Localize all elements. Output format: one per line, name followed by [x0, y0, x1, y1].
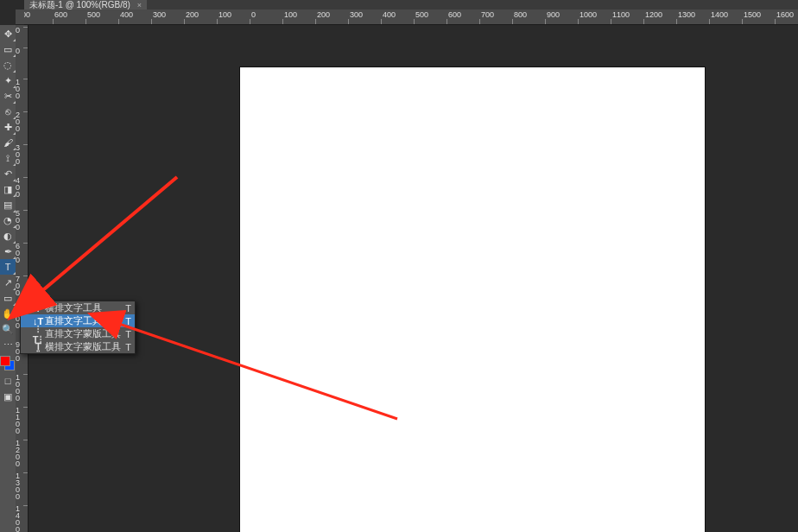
crop-tool-icon: ✂ — [4, 91, 12, 102]
move-tool-icon: ✥ — [4, 28, 12, 40]
ruler-v-label: 1400 — [16, 505, 28, 532]
ruler-v-label: 400 — [16, 177, 28, 198]
path-tool-icon: ↗ — [4, 277, 12, 288]
ruler-v-label: 200 — [16, 111, 28, 132]
type-tool[interactable]: T — [0, 259, 16, 275]
foreground-color-swatch[interactable] — [0, 356, 10, 366]
eraser-tool[interactable]: ◨ — [0, 181, 16, 197]
horizontal-type-mask-tool-icon: T̤ — [31, 341, 45, 352]
move-tool[interactable]: ✥ — [0, 26, 16, 41]
healing-tool-icon: ✚ — [4, 122, 12, 133]
horizontal-type-tool-icon: T — [31, 303, 45, 314]
ruler-v-label: 100 — [16, 79, 28, 99]
flyout-horizontal-type-tool[interactable]: •T横排文字工具T — [21, 301, 135, 314]
ruler-vertical[interactable]: 0010020030040050060070080090010001100120… — [16, 25, 28, 532]
history-brush-tool-icon: ↶ — [4, 168, 12, 180]
flyout-shortcut: T — [121, 316, 131, 326]
history-brush-tool[interactable]: ↶ — [0, 166, 16, 181]
lasso-tool-icon: ◌ — [3, 60, 12, 71]
ruler-h-label: 1500 — [744, 10, 761, 19]
crop-tool[interactable]: ✂ — [0, 88, 16, 104]
ruler-v-label: 500 — [16, 210, 28, 231]
ruler-horizontal[interactable]: 0060050040030020010001002003004005006007… — [24, 10, 798, 25]
ruler-h-label: 100 — [218, 10, 231, 19]
close-icon[interactable]: × — [137, 1, 142, 10]
blur-tool[interactable]: ◔ — [0, 212, 16, 228]
shape-tool[interactable]: ▭ — [0, 290, 16, 306]
dodge-tool[interactable]: ◐ — [0, 228, 16, 244]
wand-tool[interactable]: ✦ — [0, 73, 16, 88]
flyout-label: 直排文字蒙版工具 — [45, 327, 121, 340]
flyout-shortcut: T — [121, 342, 131, 352]
dodge-tool-icon: ◐ — [3, 231, 12, 242]
canvas-area — [28, 25, 798, 532]
ruler-v-label: 1200 — [16, 440, 28, 467]
tab-bar: 未标题-1 @ 100%(RGB/8) × — [0, 0, 798, 10]
eyedropper-tool[interactable]: ⎋ — [0, 104, 16, 119]
flyout-vertical-type-mask-tool[interactable]: ⸽T⸽直排文字蒙版工具T — [21, 327, 135, 340]
type-tool-flyout: •T横排文字工具T↓T直排文字工具T⸽T⸽直排文字蒙版工具TT̤横排文字蒙版工具… — [20, 301, 136, 354]
ruler-v-label: 300 — [16, 144, 28, 165]
ruler-h-label: 1300 — [678, 10, 695, 19]
pen-tool[interactable]: ✒ — [0, 244, 16, 259]
toolbox: ✥▭◌✦✂⎋✚🖌⟟↶◨▤◔◐✒T↗▭✋🔍⋯□▣ — [0, 25, 16, 532]
ruler-h-label: 300 — [350, 10, 363, 19]
document-tab[interactable]: 未标题-1 @ 100%(RGB/8) × — [24, 0, 147, 10]
ruler-v-label: 0 — [16, 48, 28, 54]
ruler-h-label: 1000 — [580, 10, 597, 19]
edit-toolbar-icon: ⋯ — [3, 339, 13, 351]
ruler-v-label: 1000 — [16, 374, 28, 402]
edit-toolbar[interactable]: ⋯ — [0, 337, 16, 352]
ruler-h-label: 100 — [284, 10, 297, 19]
hand-tool[interactable]: ✋ — [0, 306, 16, 321]
marquee-tool-icon: ▭ — [3, 44, 12, 55]
ruler-h-label: 1600 — [776, 10, 794, 19]
ruler-h-label: 600 — [54, 10, 67, 19]
zoom-tool[interactable]: 🔍 — [0, 321, 16, 337]
ruler-h-label: 1200 — [645, 10, 662, 19]
ruler-h-label: 1400 — [711, 10, 728, 19]
ruler-h-label: 200 — [317, 10, 330, 19]
canvas[interactable] — [239, 66, 706, 532]
gradient-tool[interactable]: ▤ — [0, 197, 16, 212]
brush-tool[interactable]: 🖌 — [0, 135, 16, 150]
shape-tool-icon: ▭ — [3, 293, 12, 304]
ruler-h-label: 200 — [186, 10, 199, 19]
type-tool-icon: T — [5, 262, 11, 272]
ruler-h-label: 00 — [24, 10, 30, 19]
ruler-h-label: 500 — [415, 10, 428, 19]
ruler-h-label: 300 — [153, 10, 166, 19]
path-tool[interactable]: ↗ — [0, 275, 16, 290]
ruler-h-label: 400 — [120, 10, 133, 19]
ruler-h-label: 500 — [87, 10, 100, 19]
flyout-label: 横排文字蒙版工具 — [45, 340, 121, 353]
flyout-shortcut: T — [121, 303, 131, 314]
color-swatches[interactable] — [0, 356, 16, 373]
zoom-tool-icon: 🔍 — [2, 324, 14, 335]
hand-tool-icon: ✋ — [2, 308, 14, 320]
ruler-v-label: 600 — [16, 243, 28, 263]
ruler-v-label: 700 — [16, 276, 28, 296]
brush-tool-icon: 🖌 — [3, 137, 13, 148]
ruler-h-label: 1100 — [612, 10, 630, 19]
ruler-v-label: 0 — [16, 27, 28, 34]
quickmask-button[interactable]: □ — [0, 373, 16, 389]
tab-strip-bg — [0, 0, 24, 10]
lasso-tool[interactable]: ◌ — [0, 57, 16, 73]
ruler-h-label: 600 — [448, 10, 461, 19]
ruler-h-label: 400 — [383, 10, 396, 19]
flyout-label: 横排文字工具 — [45, 301, 121, 314]
stamp-tool[interactable]: ⟟ — [0, 150, 16, 166]
stamp-tool-icon: ⟟ — [6, 153, 10, 164]
healing-tool[interactable]: ✚ — [0, 119, 16, 135]
eyedropper-tool-icon: ⎋ — [5, 106, 11, 117]
ruler-h-label: 0 — [251, 10, 256, 19]
eraser-tool-icon: ◨ — [3, 184, 12, 195]
ruler-h-label: 800 — [514, 10, 527, 19]
screenmode-button[interactable]: ▣ — [0, 389, 16, 404]
wand-tool-icon: ✦ — [4, 75, 12, 86]
marquee-tool[interactable]: ▭ — [0, 41, 16, 57]
flyout-shortcut: T — [121, 329, 131, 339]
flyout-horizontal-type-mask-tool[interactable]: T̤横排文字蒙版工具T — [21, 340, 135, 353]
active-dot-icon: • — [24, 304, 31, 312]
